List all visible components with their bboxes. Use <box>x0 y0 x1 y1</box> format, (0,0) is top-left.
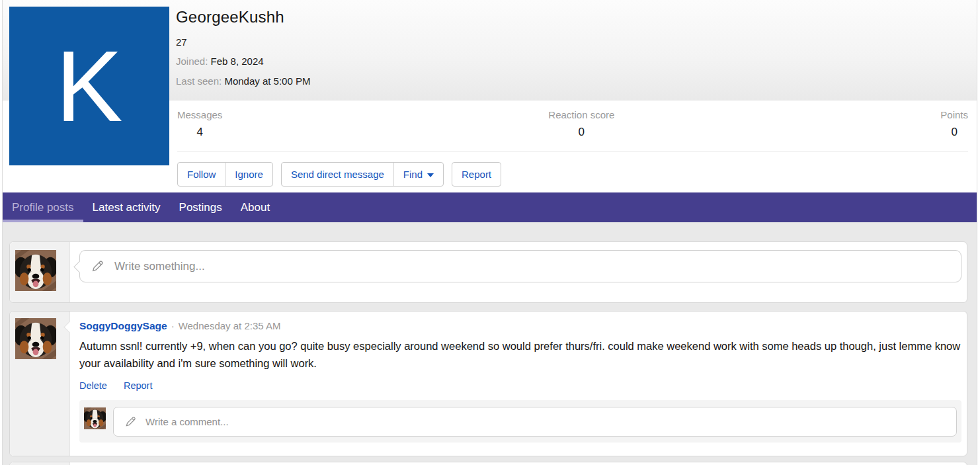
profile-post-card: SoggyDoggySage · Wednesday at 2:35 AM Au… <box>9 311 967 456</box>
profile-username: GeorgeeKushh <box>176 8 310 26</box>
message-find-group: Send direct message Find <box>281 162 444 187</box>
profile-page: K GeorgeeKushh 27 Joined: Feb 8, 2024 La… <box>0 0 980 465</box>
composer-card <box>9 241 967 303</box>
last-seen-label: Last seen: <box>176 75 222 87</box>
stat-points: Points 0 <box>940 109 968 139</box>
post-timestamp[interactable]: Wednesday at 2:35 AM <box>179 320 281 331</box>
stat-reaction-score-value: 0 <box>548 126 614 139</box>
composer-arrow <box>73 261 85 273</box>
next-post-content <box>70 462 967 465</box>
stat-points-value: 0 <box>940 126 968 139</box>
write-comment-input[interactable] <box>144 415 946 428</box>
stats-divider <box>177 151 968 151</box>
post-gutter <box>10 312 70 456</box>
last-seen-row: Last seen: Monday at 5:00 PM <box>176 75 310 87</box>
write-something-box[interactable] <box>79 250 961 282</box>
tab-postings[interactable]: Postings <box>170 192 231 222</box>
report-group: Report <box>452 162 501 187</box>
profile-info: GeorgeeKushh 27 Joined: Feb 8, 2024 Last… <box>176 8 310 87</box>
next-post-card-partial <box>9 462 967 465</box>
chevron-down-icon <box>427 173 434 177</box>
find-label: Find <box>403 168 423 181</box>
post-inner: SoggyDoggySage · Wednesday at 2:35 AM Au… <box>70 312 967 443</box>
joined-value: Feb 8, 2024 <box>211 56 264 67</box>
find-dropdown-button[interactable]: Find <box>393 163 443 186</box>
composer-gutter <box>10 242 70 302</box>
profile-avatar[interactable]: K <box>9 7 169 165</box>
post-author-avatar[interactable] <box>15 318 56 359</box>
commenter-avatar[interactable] <box>84 407 106 429</box>
stat-points-label: Points <box>940 109 968 120</box>
stat-reaction-score: Reaction score 0 <box>548 109 614 139</box>
write-something-input[interactable] <box>113 259 950 274</box>
profile-avatar-letter: K <box>56 36 122 136</box>
pencil-icon <box>91 259 104 273</box>
follow-ignore-group: Follow Ignore <box>177 162 273 187</box>
pencil-icon <box>124 415 137 428</box>
report-link[interactable]: Report <box>124 380 153 391</box>
profile-tab-bar: Profile posts Latest activity Postings A… <box>3 192 977 222</box>
post-author-link[interactable]: SoggyDoggySage <box>79 320 167 332</box>
write-comment-box[interactable] <box>113 407 957 437</box>
delete-link[interactable]: Delete <box>79 380 107 391</box>
tab-about[interactable]: About <box>231 192 279 222</box>
post-header: SoggyDoggySage · Wednesday at 2:35 AM <box>79 320 961 332</box>
post-content: SoggyDoggySage · Wednesday at 2:35 AM Au… <box>70 312 967 456</box>
send-direct-message-button[interactable]: Send direct message <box>282 163 393 186</box>
joined-row: Joined: Feb 8, 2024 <box>176 55 310 67</box>
profile-age: 27 <box>176 36 310 48</box>
profile-posts-body: SoggyDoggySage · Wednesday at 2:35 AM Au… <box>3 222 977 465</box>
stat-messages: Messages 4 <box>177 109 222 139</box>
joined-label: Joined: <box>176 56 208 67</box>
page-content: K GeorgeeKushh 27 Joined: Feb 8, 2024 La… <box>3 0 977 465</box>
next-post-gutter <box>10 462 70 465</box>
comment-composer <box>79 400 961 443</box>
ignore-button[interactable]: Ignore <box>225 163 272 186</box>
tab-profile-posts[interactable]: Profile posts <box>3 192 83 222</box>
stat-messages-value: 4 <box>177 126 222 139</box>
post-body-text: Autumn ssnl! currently +9, when can you … <box>79 338 961 372</box>
tab-latest-activity[interactable]: Latest activity <box>83 192 170 222</box>
scrollbar-track[interactable] <box>977 0 980 465</box>
viewer-avatar[interactable] <box>15 250 56 291</box>
stat-messages-label: Messages <box>177 109 222 120</box>
follow-button[interactable]: Follow <box>178 163 225 186</box>
last-seen-value: Monday at 5:00 PM <box>224 75 310 87</box>
stat-reaction-score-label: Reaction score <box>548 109 614 120</box>
post-actions: Delete Report <box>79 380 961 391</box>
composer-content <box>70 242 967 302</box>
profile-actions: Follow Ignore Send direct message Find R… <box>177 162 977 187</box>
post-separator: · <box>171 320 175 331</box>
report-button[interactable]: Report <box>452 163 501 186</box>
